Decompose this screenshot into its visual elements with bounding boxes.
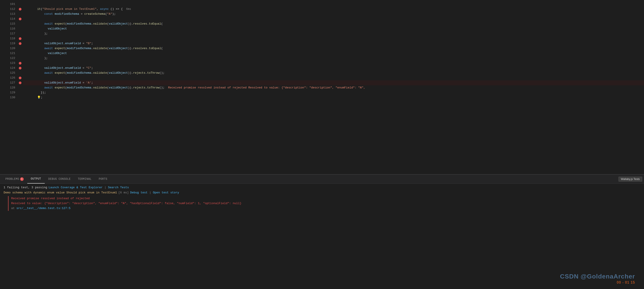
code-line-122 <box>23 56 644 61</box>
error-line-2: Resolved to value: {"description": "desc… <box>11 201 640 206</box>
panel-content: 1 failing test, 3 passing Launch Coverag… <box>0 184 644 289</box>
breakpoint-dot[interactable] <box>19 67 22 69</box>
watermark-sub: 00 - 01 15 <box>560 281 635 285</box>
gutter <box>18 0 22 174</box>
editor-area: 101 112 113 114 115 116 117 118 119 120 … <box>0 0 644 174</box>
at-line: at src/__test__/demo.test.ts:127:5 <box>11 206 640 211</box>
tab-debug-label: DEBUG CONSOLE <box>48 178 71 181</box>
tab-problems[interactable]: PROBLEMS 1 <box>2 175 27 184</box>
at-text: at <box>11 207 15 210</box>
code-line-118: validObject.enumField = "B"; <box>23 36 644 41</box>
watermark: CSDN @GoldenaArcher 00 - 01 15 <box>560 273 635 285</box>
tab-ports-label: PORTS <box>99 178 108 181</box>
tab-bar: PROBLEMS 1 OUTPUT DEBUG CONSOLE TERMINAL… <box>0 175 644 184</box>
test-name-line: Demo schema with dynamic enum value Shou… <box>4 191 640 194</box>
breakpoint-dot[interactable] <box>19 18 22 20</box>
code-line-123: validObject.enumField = "C"; <box>23 61 644 66</box>
launch-coverage-link[interactable]: Launch Coverage & Test Explorer <box>48 186 103 189</box>
open-test-story-link[interactable]: Open test story <box>153 191 179 194</box>
debug-test-link[interactable]: Debug test <box>130 191 148 194</box>
tab-debug-console[interactable]: DEBUG CONSOLE <box>45 175 74 184</box>
bottom-panel: PROBLEMS 1 OUTPUT DEBUG CONSOLE TERMINAL… <box>0 175 644 289</box>
search-tests-link[interactable]: Search Tests <box>108 186 129 189</box>
breakpoint-dot[interactable] <box>19 77 22 79</box>
code-content: it("Should pick enum in TestEnum1", asyn… <box>22 0 644 174</box>
code-line-101: it("Should pick enum in TestEnum1", asyn… <box>23 2 644 7</box>
code-line-119: await expect(modifiedSchema.validate(val… <box>23 41 644 46</box>
code-line-126: validObject.enumField = 'A'; <box>23 75 644 80</box>
tab-terminal[interactable]: TERMINAL <box>74 175 95 184</box>
breakpoint-dot[interactable] <box>19 42 22 45</box>
line-numbers: 101 112 113 114 115 116 117 118 119 120 … <box>0 0 18 174</box>
breakpoint-dot[interactable] <box>19 8 22 10</box>
pipe-separator-2: | <box>149 191 151 194</box>
code-line-127: await expect(modifiedSchema.validate(val… <box>23 80 644 85</box>
test-name-text: Demo schema with dynamic enum value Shou… <box>4 191 117 194</box>
wallaby-button[interactable]: Wallaby.js Tests <box>618 177 642 182</box>
code-line-130 <box>23 95 644 100</box>
tab-output-label: OUTPUT <box>31 177 41 180</box>
tab-output[interactable]: OUTPUT <box>27 175 45 184</box>
code-line-116: ); <box>23 26 644 31</box>
code-line-129: 💡; <box>23 90 644 95</box>
at-link[interactable]: src/__test__/demo.test.ts:127:5 <box>16 207 70 210</box>
test-time: [6 ms] <box>118 191 129 194</box>
breakpoint-dot[interactable] <box>19 37 22 40</box>
code-line-124: await expect(modifiedSchema.validate(val… <box>23 66 644 71</box>
code-line-121: ); <box>23 51 644 56</box>
tab-terminal-label: TERMINAL <box>78 178 92 181</box>
status-line: 1 failing test, 3 passing Launch Coverag… <box>4 186 640 189</box>
breakpoint-dot[interactable] <box>19 62 22 64</box>
breakpoint-dot[interactable] <box>19 81 22 84</box>
status-text: 1 failing test, 3 passing <box>4 186 47 189</box>
tab-problems-label: PROBLEMS <box>5 178 19 181</box>
error-line-1: Received promise resolved instead of rej… <box>11 196 640 201</box>
watermark-main: CSDN @GoldenaArcher <box>560 273 635 280</box>
code-line-113 <box>23 11 644 16</box>
pipe-separator-1: | <box>104 186 106 189</box>
code-line-114: await expect(modifiedSchema.validate(val… <box>23 16 644 21</box>
error-block: Received promise resolved instead of rej… <box>8 196 640 211</box>
problems-badge: 1 <box>20 177 24 181</box>
tab-ports[interactable]: PORTS <box>95 175 111 184</box>
code-line-117 <box>23 31 644 36</box>
